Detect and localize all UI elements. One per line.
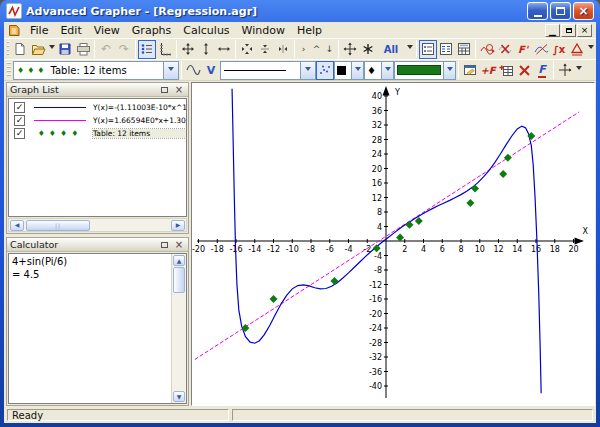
fill-color-dropdown[interactable] [443,62,455,79]
delete-graph-button[interactable] [515,61,533,80]
points-style-button[interactable] [316,61,334,80]
calculator-panel-button[interactable] [455,40,473,59]
scrollbar-thumb[interactable]: || [26,220,90,231]
nudge-up-button[interactable]: ^ [310,40,323,59]
scale-all-dropdown[interactable] [405,40,414,59]
visibility-checkbox[interactable] [14,102,25,113]
scroll-left-button[interactable]: ◀ [10,220,24,231]
graph-list-item[interactable]: ♦♦♦♦ Table: 12 items [9,127,186,140]
toolbar-grip[interactable] [7,62,11,78]
graph-formula: Y(x)=-(1.11003E-10*x^10)-8 [93,103,186,112]
menu-help[interactable]: Help [291,23,328,38]
graph-selector-dropdown[interactable] [163,62,178,79]
save-button[interactable] [56,40,74,59]
default-scale-button[interactable] [341,40,359,59]
add-table-button[interactable] [497,61,515,80]
graph-list-item[interactable]: Y(x)=-(1.11003E-10*x^10)-8 [9,101,186,114]
maximize-button[interactable] [550,2,571,20]
trace-button[interactable] [478,40,496,59]
curve-type-button[interactable] [184,61,202,80]
shrink-horizontal-button[interactable] [274,40,292,59]
svg-text:2: 2 [402,245,407,254]
vertical-scrollbar[interactable]: ▲ ▼ [171,254,186,403]
add-function-button[interactable]: +F [479,61,497,80]
marker-style-combo[interactable]: ♦ [364,61,394,80]
integral-button[interactable]: ∫x [550,40,568,59]
chevron-down-icon [49,45,55,52]
line-color-dropdown[interactable] [351,62,363,79]
regression-dropdown[interactable] [586,40,595,59]
visibility-checkbox[interactable] [14,128,25,139]
menu-calculus[interactable]: Calculus [177,23,235,38]
toolbar-grip[interactable] [7,41,9,57]
document-icon[interactable] [6,24,21,37]
regression-triangle-icon [570,42,584,56]
axes-properties-button[interactable] [556,61,574,80]
open-file-button[interactable] [29,40,47,59]
axes-properties-dropdown[interactable] [574,61,583,80]
graph-list-item[interactable]: Y(x)=1.66594E0*x+1.3004 [9,114,186,127]
graph-properties-button[interactable] [461,61,479,80]
axes-toggle-button[interactable] [156,40,174,59]
open-file-dropdown[interactable] [47,40,56,59]
stretch-vertical-button[interactable] [197,40,215,59]
tangent-button[interactable] [532,40,550,59]
calculator-caption[interactable]: Calculator × [7,238,188,252]
scrollbar-thumb[interactable] [173,267,185,293]
close-button[interactable]: × [573,2,594,20]
bullet-list-icon [140,42,154,56]
mdi-restore-button[interactable] [561,24,576,37]
redo-button[interactable]: ↷ [115,40,133,59]
scroll-right-button[interactable]: ▶ [171,220,185,231]
graph-selector-combo[interactable]: ♦♦♦ Table: 12 items [13,61,179,80]
float-panel-button[interactable] [158,239,170,250]
title-bar[interactable]: Advanced Grapher - [Regression.agr] × [4,0,596,22]
nudge-right-button[interactable]: › [297,40,310,59]
autoscale-button[interactable] [359,40,377,59]
graph-list-panel-button[interactable] [419,40,437,59]
edit-function-button[interactable]: F [533,61,551,80]
close-panel-button[interactable]: × [173,239,185,250]
menu-graphs[interactable]: Graphs [126,23,177,38]
menu-view[interactable]: View [88,23,126,38]
scale-all-label: All [384,44,399,55]
v-shape-button[interactable]: V [202,61,220,80]
graph-list-toggle-button[interactable] [138,40,156,59]
scale-all-button[interactable]: All [377,40,405,59]
add-table-icon [499,63,514,77]
menu-file[interactable]: File [24,23,54,38]
minimize-button[interactable] [527,2,548,20]
shrink-both-button[interactable] [238,40,256,59]
window-title: Advanced Grapher - [Regression.agr] [26,5,523,18]
stretch-horizontal-button[interactable] [215,40,233,59]
visibility-checkbox[interactable] [14,115,25,126]
horizontal-scrollbar[interactable]: ◀ || ▶ [8,218,187,232]
graph-plot[interactable]: YX-20-18-16-14-12-10-8-6-4-2246810121416… [192,83,595,406]
line-color-combo[interactable] [334,61,364,80]
menu-edit[interactable]: Edit [54,23,87,38]
fill-color-swatch [397,65,441,75]
fill-color-combo[interactable] [394,61,456,80]
line-style-combo[interactable] [220,61,316,80]
close-panel-button[interactable]: × [173,84,185,95]
shrink-vertical-button[interactable] [256,40,274,59]
scroll-down-button[interactable]: ▼ [173,391,185,402]
scroll-up-button[interactable]: ▲ [173,255,185,266]
graph-list-caption[interactable]: Graph List × [7,83,188,97]
float-panel-button[interactable] [158,84,170,95]
mdi-minimize-button[interactable]: ▁ [545,24,560,37]
line-style-dropdown[interactable] [300,62,315,79]
calculator-text[interactable]: 4+sin(Pi/6) = 4.5 [9,254,171,403]
print-button[interactable] [74,40,92,59]
undo-button[interactable]: ↶ [97,40,115,59]
nudge-down-button[interactable]: ↓ [323,40,336,59]
delete-trace-button[interactable] [496,40,514,59]
new-document-button[interactable] [11,40,29,59]
derivative-button[interactable]: F' [514,40,532,59]
table-panel-button[interactable] [437,40,455,59]
menu-window[interactable]: Window [236,23,291,38]
regression-button[interactable] [568,40,586,59]
mdi-close-button[interactable]: × [577,24,592,37]
pan-graph-button[interactable] [179,40,197,59]
marker-style-dropdown[interactable] [381,62,393,79]
